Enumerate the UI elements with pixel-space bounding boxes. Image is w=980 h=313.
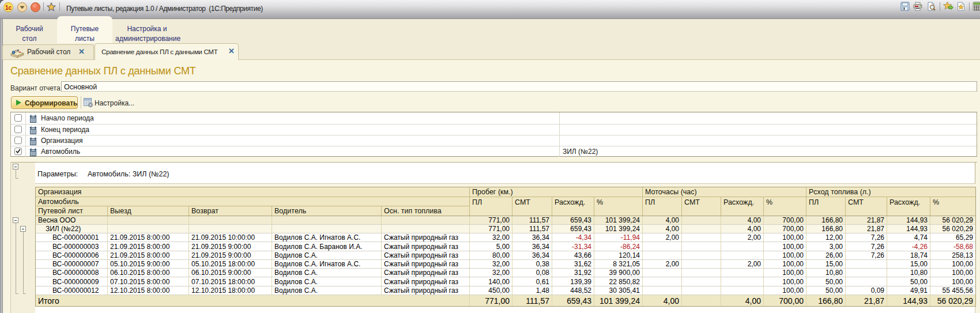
svg-text:1с: 1с bbox=[5, 5, 12, 11]
